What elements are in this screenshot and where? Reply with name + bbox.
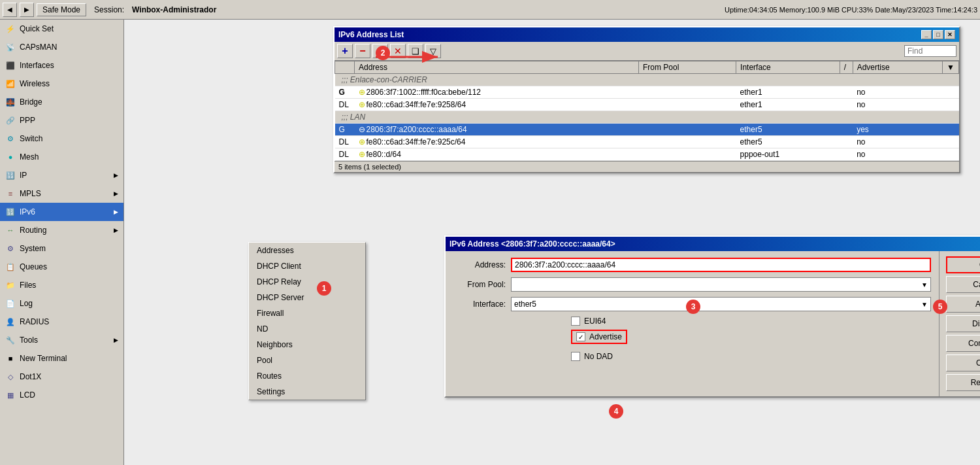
sidebar-label-routing: Routing xyxy=(20,226,46,235)
dot1x-icon: ◇ xyxy=(5,371,16,382)
row-interface: ether5 xyxy=(736,136,840,148)
safe-mode-button[interactable]: Safe Mode xyxy=(37,3,86,16)
remove-button[interactable]: Remove xyxy=(946,374,980,391)
nodad-checkbox[interactable] xyxy=(571,352,580,361)
ipv6-list-close[interactable]: ✕ xyxy=(945,30,955,39)
row-advertise: no xyxy=(853,86,942,99)
disable-button[interactable]: Disable xyxy=(946,315,980,332)
sidebar-item-routing[interactable]: ↔ Routing xyxy=(0,221,123,239)
table-row[interactable]: DL ⊕fe80::d/64 pppoe-out1 no xyxy=(335,148,959,161)
interface-select[interactable]: ether5 ▼ xyxy=(511,297,931,311)
badge-5: 5 xyxy=(933,300,947,314)
table-row[interactable]: DL ⊕fe80::c6ad:34ff:fe7e:925c/64 ether5 … xyxy=(335,136,959,148)
capsman-icon: 📡 xyxy=(5,42,16,52)
sidebar-label-ip: IP xyxy=(20,171,27,180)
sidebar-item-quickset[interactable]: ⚡ Quick Set xyxy=(0,20,123,38)
sidebar-item-lcd[interactable]: ▦ LCD xyxy=(0,386,123,404)
submenu-addresses[interactable]: Addresses xyxy=(249,243,365,258)
submenu-dhcp-client[interactable]: DHCP Client xyxy=(249,258,365,274)
row-interface: ether1 xyxy=(736,99,840,111)
find-input[interactable] xyxy=(904,45,956,57)
mesh-icon: ● xyxy=(5,152,16,162)
sidebar-item-bridge[interactable]: 🌉 Bridge xyxy=(0,93,123,111)
content-area: IPv6 Address List _ □ ✕ + − ✓ ✕ ❑ ▽ xyxy=(124,20,980,465)
advertise-checkbox[interactable]: ✓ xyxy=(576,332,585,341)
table-row[interactable]: G ⊕2806:3f7:1002::ffff:f0ca:bebe/112 eth… xyxy=(335,86,959,99)
ipv6-edit-title: IPv6 Address <2806:3f7:a200:cccc::aaaa/6… xyxy=(449,239,980,249)
ok-button[interactable]: OK xyxy=(946,256,980,273)
col-advertise[interactable]: Advertise xyxy=(853,61,942,74)
sidebar-item-tools[interactable]: 🔧 Tools xyxy=(0,331,123,349)
sidebar-item-ppp[interactable]: 🔗 PPP xyxy=(0,111,123,129)
submenu-pool[interactable]: Pool xyxy=(249,353,365,368)
row-sep xyxy=(840,99,853,111)
sidebar-label-wireless: Wireless xyxy=(20,79,50,88)
remove-button[interactable]: − xyxy=(355,44,370,58)
ipv6-list-maximize[interactable]: □ xyxy=(933,30,943,39)
interfaces-icon: ⬛ xyxy=(5,60,16,71)
sidebar-item-capsman[interactable]: 📡 CAPsMAN xyxy=(0,38,123,56)
eui64-checkbox[interactable] xyxy=(571,317,580,326)
section-carrier-label: ;;; Enlace-con-CARRIER xyxy=(335,74,959,86)
sidebar-item-system[interactable]: ⚙ System xyxy=(0,239,123,258)
sidebar-item-mesh[interactable]: ● Mesh xyxy=(0,148,123,166)
apply-button[interactable]: Apply xyxy=(946,296,980,313)
ipv6-address-table: Address From Pool Interface / Advertise … xyxy=(335,61,959,161)
frompool-select[interactable]: ▼ xyxy=(511,277,931,292)
table-row[interactable]: DL ⊕fe80::c6ad:34ff:fe7e:9258/64 ether1 … xyxy=(335,99,959,111)
copy-btn[interactable]: Copy xyxy=(946,354,980,371)
row-flag: G xyxy=(335,86,355,99)
row-advertise: no xyxy=(853,148,942,161)
radius-icon: 👤 xyxy=(5,317,16,327)
sidebar-item-files[interactable]: 📁 Files xyxy=(0,276,123,294)
sidebar-label-capsman: CAPsMAN xyxy=(20,43,57,52)
row-interface: ether1 xyxy=(736,86,840,99)
wireless-icon: 📶 xyxy=(5,78,16,89)
submenu-firewall[interactable]: Firewall xyxy=(249,305,365,321)
sidebar-label-ppp: PPP xyxy=(20,116,35,125)
ipv6-list-minimize[interactable]: _ xyxy=(921,30,932,39)
sidebar-item-mpls[interactable]: ≡ MPLS xyxy=(0,184,123,203)
sidebar-item-terminal[interactable]: ■ New Terminal xyxy=(0,349,123,368)
col-dropdown[interactable]: ▼ xyxy=(943,61,959,74)
submenu-dhcp-server[interactable]: DHCP Server xyxy=(249,290,365,305)
sidebar-item-interfaces[interactable]: ⬛ Interfaces xyxy=(0,56,123,75)
submenu-neighbors[interactable]: Neighbors xyxy=(249,337,365,353)
sidebar-label-tools: Tools xyxy=(20,336,38,345)
interface-value: ether5 xyxy=(514,300,536,309)
sidebar-label-quickset: Quick Set xyxy=(20,24,54,33)
sidebar-item-dot1x[interactable]: ◇ Dot1X xyxy=(0,368,123,386)
row-sep xyxy=(840,124,853,136)
table-row-selected[interactable]: G ⊖2806:3f7:a200:cccc::aaaa/64 ether5 ye… xyxy=(335,124,959,136)
sidebar-item-wireless[interactable]: 📶 Wireless xyxy=(0,75,123,93)
sidebar-label-system: System xyxy=(20,244,46,253)
back-button[interactable]: ◀ xyxy=(3,3,17,17)
sidebar-item-ipv6[interactable]: 🔢 IPv6 xyxy=(0,203,123,221)
sidebar-item-ip[interactable]: 🔢 IP xyxy=(0,166,123,184)
col-sep: / xyxy=(840,61,853,74)
ipv6-table-container: Address From Pool Interface / Advertise … xyxy=(335,61,959,161)
add-button[interactable]: + xyxy=(337,44,353,58)
row-advertise: no xyxy=(853,136,942,148)
submenu-routes[interactable]: Routes xyxy=(249,368,365,384)
section-carrier: ;;; Enlace-con-CARRIER xyxy=(335,74,959,86)
sidebar-item-log[interactable]: 📄 Log xyxy=(0,294,123,313)
col-interface[interactable]: Interface xyxy=(736,61,840,74)
advertise-row: ✓ Advertise xyxy=(571,330,627,344)
address-input[interactable] xyxy=(511,258,931,272)
eui64-label: EUI64 xyxy=(584,317,606,326)
col-flag[interactable] xyxy=(335,61,355,74)
sidebar-label-lcd: LCD xyxy=(20,390,35,400)
col-frompool[interactable]: From Pool xyxy=(639,61,736,74)
sidebar-item-switch[interactable]: ⚙ Switch xyxy=(0,129,123,148)
submenu-dhcp-relay[interactable]: DHCP Relay xyxy=(249,274,365,290)
cancel-button[interactable]: Cancel xyxy=(946,276,980,293)
forward-button[interactable]: ▶ xyxy=(20,3,34,17)
row-frompool xyxy=(639,136,736,148)
checkboxes-area: EUI64 ✓ Advertise No DAD xyxy=(512,317,931,361)
sidebar-item-queues[interactable]: 📋 Queues xyxy=(0,258,123,276)
submenu-settings[interactable]: Settings xyxy=(249,384,365,400)
comment-button[interactable]: Comment xyxy=(946,335,980,352)
sidebar-item-radius[interactable]: 👤 RADIUS xyxy=(0,313,123,331)
submenu-nd[interactable]: ND xyxy=(249,321,365,337)
